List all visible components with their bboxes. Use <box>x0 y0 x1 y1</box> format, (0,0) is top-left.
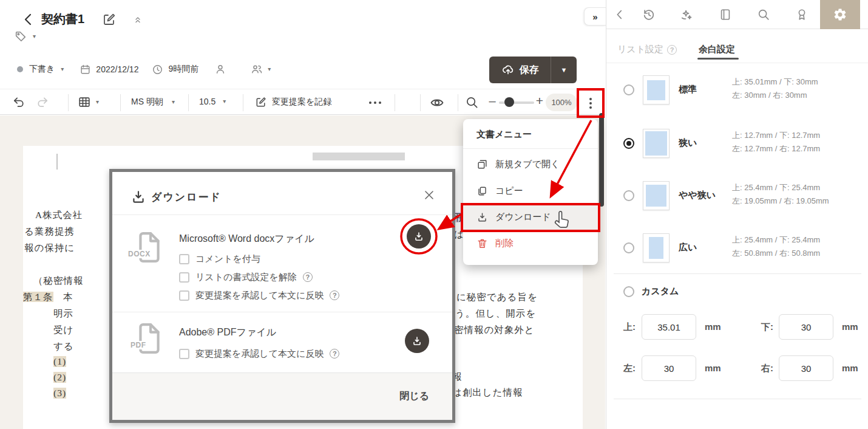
margin-right-label: 右: <box>761 363 773 374</box>
custom-label: カスタム <box>642 286 679 297</box>
back-button[interactable] <box>22 12 35 27</box>
double-chevron-up-icon <box>132 14 143 25</box>
menu-title: 文書メニュー <box>476 129 532 140</box>
members-caret-icon[interactable]: ▾ <box>268 66 271 72</box>
margin-bottom-input[interactable] <box>779 314 833 340</box>
track-changes-button[interactable]: 変更提案を記録 <box>255 96 331 108</box>
panel-bookmark-button[interactable] <box>795 8 809 21</box>
margin-option-custom[interactable]: カスタム <box>623 286 679 297</box>
margin-option-detail: 上: 35.01mm / 下: 30mm <box>732 77 818 88</box>
zoom-slider-thumb[interactable] <box>504 97 514 107</box>
help-icon[interactable]: ? <box>303 272 313 282</box>
comments-checkbox[interactable] <box>179 254 189 264</box>
panel-back-button[interactable] <box>613 8 626 21</box>
menu-item-open-new-tab[interactable]: 新規タブで開く <box>463 151 598 177</box>
checkbox-label: リストの書式設定を解除 <box>195 272 297 283</box>
preview-button[interactable] <box>430 95 444 110</box>
modal-close-button[interactable] <box>422 188 436 202</box>
font-size-caret-icon: ▾ <box>223 98 226 105</box>
word-option-row: コメントを付与 <box>179 252 260 266</box>
save-button[interactable]: 保存 <box>489 57 551 83</box>
panel-icon-bar <box>606 0 868 29</box>
doc-status[interactable]: 下書き <box>29 64 55 75</box>
tab-label: リスト設定 <box>617 44 663 55</box>
kebab-menu-icon <box>589 98 592 100</box>
close-modal-button[interactable]: 閉じる <box>399 390 429 403</box>
insert-table-button[interactable]: ▾ <box>78 95 99 109</box>
members-icon[interactable] <box>251 63 263 75</box>
list-format-checkbox[interactable] <box>179 272 189 283</box>
font-family-select[interactable]: MS 明朝 ▾ <box>131 97 175 108</box>
page-title: 契約書1 <box>41 11 84 27</box>
apply-changes-pdf-checkbox[interactable] <box>179 349 189 359</box>
margin-preview <box>643 129 670 158</box>
margin-bottom-label: 下: <box>761 321 773 333</box>
owner-icon[interactable] <box>214 63 226 75</box>
menu-item-download[interactable]: ダウンロード <box>463 204 598 230</box>
zoom-in-button[interactable]: + <box>533 94 546 109</box>
zoom-out-button[interactable]: – <box>486 94 499 110</box>
margin-left-input[interactable] <box>642 355 696 381</box>
panel-ai-check-button[interactable] <box>680 8 693 21</box>
search-in-doc-button[interactable] <box>465 95 479 109</box>
editor-scrollbar-thumb[interactable] <box>599 113 604 207</box>
collapse-header-button[interactable] <box>132 14 143 25</box>
margin-top-input[interactable] <box>642 314 696 340</box>
radio-custom[interactable] <box>623 286 634 297</box>
download-modal: ダウンロード DOCX Microsoft® Word docxファイル コメン… <box>109 169 455 423</box>
radio-wide[interactable] <box>623 242 634 253</box>
margin-preview <box>643 75 670 105</box>
download-word-button[interactable] <box>407 224 431 249</box>
tab-margin-settings[interactable]: 余白設定 <box>699 44 735 55</box>
radio-standard[interactable] <box>623 84 634 95</box>
menu-item-delete[interactable]: 削除 <box>463 230 598 256</box>
download-icon <box>413 230 425 242</box>
double-chevron-right-icon: » <box>592 12 597 22</box>
help-icon[interactable]: ? <box>330 349 339 359</box>
panel-search-button[interactable] <box>757 8 770 21</box>
book-icon <box>719 8 732 21</box>
margin-option-wide[interactable]: 広い 上: 25.4mm / 下: 25.4mm 左: 50.8mm / 右: … <box>606 226 868 270</box>
last-updated: 9時間前 <box>168 64 198 75</box>
undo-button[interactable] <box>12 95 26 109</box>
margin-option-standard[interactable]: 標準 上: 35.01mm / 下: 30mm 左: 30mm / 右: 30m… <box>606 68 868 112</box>
margin-right-input[interactable] <box>779 355 833 381</box>
font-size-value: 10.5 <box>199 97 215 106</box>
document-menu-button[interactable] <box>581 93 600 112</box>
selected-title-bar <box>313 153 405 160</box>
close-icon <box>422 188 436 202</box>
margin-option-medium-narrow[interactable]: やや狭い 上: 25.4mm / 下: 25.4mm 左: 19.05mm / … <box>606 174 868 218</box>
font-size-select[interactable]: 10.5 ▾ <box>199 97 226 106</box>
help-icon[interactable]: ? <box>330 290 339 300</box>
panel-settings-button-active[interactable] <box>820 0 860 29</box>
radio-medium-narrow[interactable] <box>623 190 634 201</box>
undo-icon <box>12 95 26 109</box>
expand-panel-button[interactable]: » <box>584 7 606 26</box>
save-caret-icon: ▼ <box>561 66 568 74</box>
doc-text-line: (3) <box>53 388 66 399</box>
download-pdf-button[interactable] <box>405 329 429 353</box>
unit-label: mm <box>842 321 858 332</box>
redo-button[interactable] <box>35 95 49 109</box>
doc-text-line: は創出した情報 <box>452 386 523 399</box>
panel-dictionary-button[interactable] <box>719 8 732 21</box>
rename-button[interactable] <box>102 12 117 27</box>
trash-icon <box>476 238 488 249</box>
apply-changes-checkbox[interactable] <box>179 290 189 301</box>
save-options-dropdown[interactable]: ▼ <box>551 57 577 83</box>
radio-narrow-selected[interactable] <box>623 138 634 149</box>
checkbox-label: 変更提案を承認して本文に反映 <box>195 290 324 301</box>
margin-option-narrow[interactable]: 狭い 上: 12.7mm / 下: 12.7mm 左: 12.7mm / 右: … <box>606 122 868 165</box>
margin-option-detail: 上: 25.4mm / 下: 25.4mm <box>732 182 820 193</box>
more-tools-button[interactable] <box>363 94 387 111</box>
panel-history-button[interactable] <box>642 8 656 21</box>
chevron-left-icon <box>613 8 626 21</box>
tag-icon <box>15 30 27 43</box>
tab-list-settings[interactable]: リスト設定 ? <box>617 44 677 55</box>
clause-highlight: 第１条 <box>23 292 53 302</box>
menu-item-copy[interactable]: コピー <box>463 177 598 204</box>
unit-label: mm <box>705 321 721 332</box>
tag-selector[interactable]: ▾ <box>15 30 36 43</box>
status-caret-icon[interactable]: ▾ <box>61 66 64 72</box>
download-icon <box>131 189 146 205</box>
